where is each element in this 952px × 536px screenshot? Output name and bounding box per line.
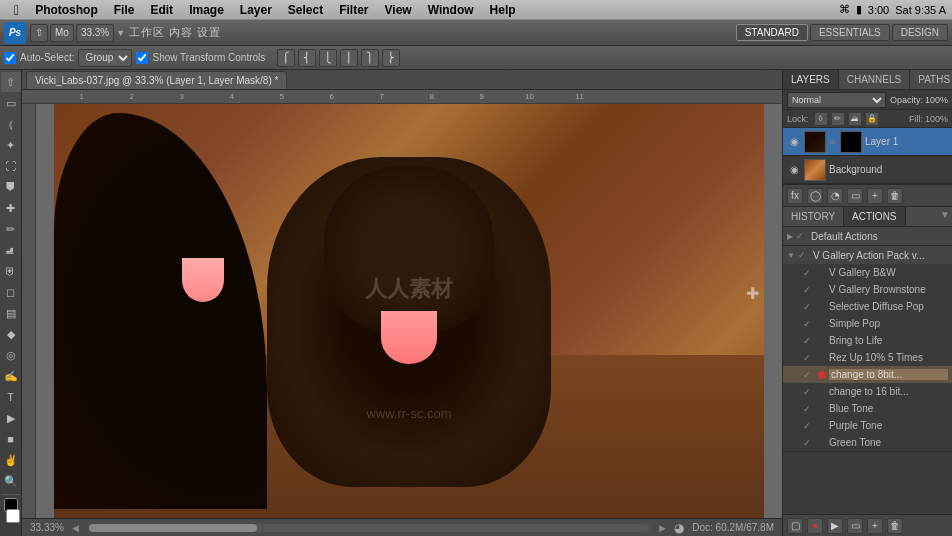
delete-action-btn[interactable]: 🗑: [887, 518, 903, 534]
new-action-set-btn[interactable]: ▭: [847, 518, 863, 534]
tool-magic-wand[interactable]: ✦: [1, 135, 21, 155]
tool-hand[interactable]: ✌: [1, 450, 21, 470]
workspace-essentials[interactable]: ESSENTIALS: [810, 24, 890, 41]
tool-history-brush[interactable]: ⛨: [1, 261, 21, 281]
action-simple-pop[interactable]: ✓ Simple Pop: [783, 315, 952, 332]
action-vgallery-bw[interactable]: ✓ V Gallery B&W: [783, 264, 952, 281]
tool-brush[interactable]: ✏: [1, 219, 21, 239]
tab-actions[interactable]: ACTIONS: [844, 207, 905, 226]
show-transform-checkbox[interactable]: [136, 52, 148, 64]
menu-edit[interactable]: Edit: [142, 0, 181, 19]
align-top[interactable]: ⎪: [340, 49, 358, 67]
play-btn[interactable]: ▶: [827, 518, 843, 534]
tab-channels[interactable]: CHANNELS: [839, 70, 910, 89]
tool-move[interactable]: ⇧: [1, 72, 21, 92]
layer-item-layer1[interactable]: ◉ ∞ Layer 1: [783, 128, 952, 156]
action-purple-tone[interactable]: ✓ Purple Tone: [783, 417, 952, 434]
tool-zoom[interactable]: 🔍: [1, 471, 21, 491]
action-change-8bit[interactable]: ✓ change to 8bit...: [783, 366, 952, 383]
toolbar-move-tool[interactable]: ⇧: [30, 24, 48, 42]
action-change-16bit[interactable]: ✓ change to 16 bit...: [783, 383, 952, 400]
menu-file[interactable]: File: [106, 0, 143, 19]
canvas-area: Vicki_Labs-037.jpg @ 33.3% (Layer 1, Lay…: [22, 70, 782, 536]
menu-filter[interactable]: Filter: [331, 0, 376, 19]
align-right[interactable]: ⎩: [319, 49, 337, 67]
tab-paths[interactable]: PATHS: [910, 70, 952, 89]
tool-crop[interactable]: ⛶: [1, 156, 21, 176]
tool-marquee[interactable]: ▭: [1, 93, 21, 113]
zoom-display[interactable]: 33.3%: [76, 24, 114, 42]
tool-healing[interactable]: ✚: [1, 198, 21, 218]
tool-eyedropper[interactable]: ⛊: [1, 177, 21, 197]
tab-layers[interactable]: LAYERS: [783, 70, 839, 89]
align-center-h[interactable]: ⎨: [298, 49, 316, 67]
layer-item-background[interactable]: ◉ Background: [783, 156, 952, 184]
workspace-design[interactable]: DESIGN: [892, 24, 948, 41]
vgallery-check: ✓: [798, 250, 810, 260]
menu-time: 3:00: [868, 4, 889, 16]
nav-icon[interactable]: ◕: [674, 521, 684, 535]
status-arrow-left[interactable]: ◀: [72, 523, 79, 533]
tool-eraser[interactable]: ◻: [1, 282, 21, 302]
action-brownstone[interactable]: ✓ V Gallery Brownstone: [783, 281, 952, 298]
align-bottom[interactable]: ⎬: [382, 49, 400, 67]
tool-lasso[interactable]: ⦅: [1, 114, 21, 134]
new-layer-btn[interactable]: +: [867, 188, 883, 204]
new-action-btn[interactable]: +: [867, 518, 883, 534]
action-rez-up[interactable]: ✓ Rez Up 10% 5 Times: [783, 349, 952, 366]
history-panel-menu[interactable]: ▼: [938, 207, 952, 221]
tab-history[interactable]: HISTORY: [783, 207, 844, 226]
menu-help[interactable]: Help: [482, 0, 524, 19]
stop-btn[interactable]: ▢: [787, 518, 803, 534]
new-fill-layer-btn[interactable]: ◔: [827, 188, 843, 204]
menu-image[interactable]: Image: [181, 0, 232, 19]
lock-image-pixels[interactable]: ✏: [831, 112, 845, 126]
tool-gradient[interactable]: ▤: [1, 303, 21, 323]
add-style-btn[interactable]: fx: [787, 188, 803, 204]
tool-shape[interactable]: ■: [1, 429, 21, 449]
delete-layer-btn[interactable]: 🗑: [887, 188, 903, 204]
tool-pen[interactable]: ✍: [1, 366, 21, 386]
action-selective-diffuse[interactable]: ✓ Selective Diffuse Pop: [783, 298, 952, 315]
fill-control: Fill: 100%: [909, 114, 948, 124]
add-mask-btn[interactable]: ◯: [807, 188, 823, 204]
workspace-standard[interactable]: STANDARD: [736, 24, 808, 41]
action-group-default-header[interactable]: ▶ ✓ Default Actions: [783, 227, 952, 245]
document-tab[interactable]: Vicki_Labs-037.jpg @ 33.3% (Layer 1, Lay…: [26, 71, 287, 89]
action-blue-tone[interactable]: ✓ Blue Tone: [783, 400, 952, 417]
background-color[interactable]: [6, 509, 20, 523]
auto-select-dropdown[interactable]: Group Layer: [78, 49, 132, 67]
tool-text[interactable]: T: [1, 387, 21, 407]
action-group-vgallery-header[interactable]: ▼ ✓ V Gallery Action Pack v...: [783, 246, 952, 264]
fill-value[interactable]: 100%: [925, 114, 948, 124]
lock-position[interactable]: ⛰: [848, 112, 862, 126]
apple-menu[interactable]: : [6, 0, 27, 19]
align-middle-v[interactable]: ⎫: [361, 49, 379, 67]
canvas-container[interactable]: 人人素材 www.rr-sc.com ✚: [36, 104, 782, 518]
menu-layer[interactable]: Layer: [232, 0, 280, 19]
record-btn[interactable]: ●: [807, 518, 823, 534]
tool-dodge[interactable]: ◎: [1, 345, 21, 365]
menu-view[interactable]: View: [377, 0, 420, 19]
background-visibility-eye[interactable]: ◉: [787, 163, 801, 177]
menu-photoshop[interactable]: Photoshop: [27, 0, 106, 19]
menu-select[interactable]: Select: [280, 0, 331, 19]
lock-all[interactable]: 🔒: [865, 112, 879, 126]
menu-window[interactable]: Window: [420, 0, 482, 19]
align-left[interactable]: ⎧: [277, 49, 295, 67]
action-green-tone[interactable]: ✓ Green Tone: [783, 434, 952, 451]
tool-clone-stamp[interactable]: ⛸: [1, 240, 21, 260]
tool-blur[interactable]: ◆: [1, 324, 21, 344]
actions-list[interactable]: ▶ ✓ Default Actions ▼ ✓ V Gallery Action…: [783, 227, 952, 514]
layer1-visibility-eye[interactable]: ◉: [787, 135, 801, 149]
toolbar-options-1[interactable]: Mo: [50, 24, 74, 42]
auto-select-checkbox[interactable]: [4, 52, 16, 64]
tool-path-selection[interactable]: ▶: [1, 408, 21, 428]
scroll-bar-track[interactable]: [89, 524, 649, 532]
action-bring-to-life[interactable]: ✓ Bring to Life: [783, 332, 952, 349]
lock-transparent-pixels[interactable]: ◊: [814, 112, 828, 126]
status-arrow-right[interactable]: ▶: [659, 523, 666, 533]
blend-mode-select[interactable]: Normal: [787, 92, 886, 108]
opacity-value[interactable]: 100%: [925, 95, 948, 105]
new-group-btn[interactable]: ▭: [847, 188, 863, 204]
